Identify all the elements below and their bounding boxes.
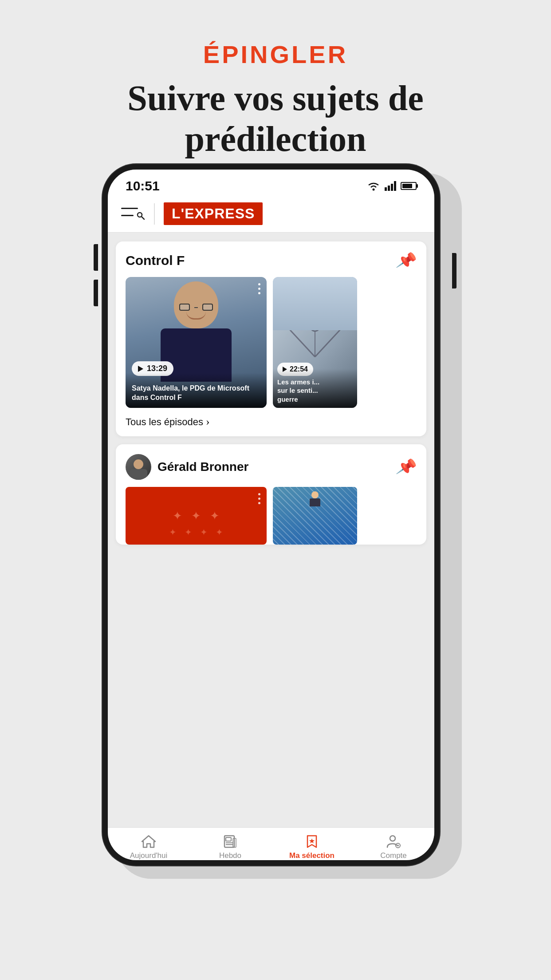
house-icon [141,834,157,849]
status-bar: 10:51 [108,170,434,197]
status-time: 10:51 [126,178,160,194]
all-episodes-label: Tous les épisodes [126,416,203,428]
epingler-label: ÉPINGLER [0,40,551,69]
author-avatar [126,454,151,480]
svg-rect-3 [388,186,390,191]
svg-line-10 [286,326,315,357]
author-name: Gérald Bronner [157,460,390,474]
bookmark-star-icon [304,834,320,849]
video-armes[interactable]: 22:54 Les armes i...sur le senti...guerr… [273,277,357,408]
nav-item-selection[interactable]: Ma sélection [287,834,336,860]
duration-1: 13:29 [147,364,167,373]
video-satya[interactable]: 13:29 Satya Nadella, le PDG de Microsoft… [126,277,267,408]
bottom-nav: Aujourd'hui Hebdo [108,827,434,865]
nav-item-hebdo[interactable]: Hebdo [206,834,255,860]
card-gerald-bronner: Gérald Bronner 📌 ✦ ✦ ✦ [116,444,426,545]
person-gear-icon [386,834,401,849]
nav-label-hebdo: Hebdo [219,851,241,860]
wifi-icon [367,181,380,191]
card-control-f: Control F 📌 [116,241,426,436]
svg-point-20 [390,836,395,841]
nav-label-selection: Ma sélection [289,851,335,860]
pin-button-2[interactable]: 📌 [395,456,418,478]
svg-rect-2 [385,187,387,191]
newspaper-icon [222,834,238,849]
all-episodes-link[interactable]: Tous les épisodes › [126,408,417,436]
chevron-right-icon: › [206,415,210,428]
svg-line-7 [142,217,144,219]
nav-label-today: Aujourd'hui [130,851,168,860]
blue-thumb[interactable] [273,487,357,545]
svg-point-22 [397,845,399,846]
lexpress-logo: L'EXPRESS [164,202,263,225]
video-caption-2: Les armes i...sur le senti...guerre [277,378,353,404]
phone-device: 10:51 [102,164,449,870]
content-area: Control F 📌 [108,233,434,827]
red-thumb[interactable]: ✦ ✦ ✦ ✦ ✦ [126,487,267,545]
battery-icon [401,182,417,190]
svg-rect-4 [391,184,393,191]
nav-item-today[interactable]: Aujourd'hui [124,834,173,860]
menu-search-button[interactable] [121,208,145,220]
svg-line-11 [315,326,344,357]
page-subtitle: Suivre vos sujets de prédilection [116,78,435,159]
nav-item-compte[interactable]: Compte [369,834,418,860]
pin-button-1[interactable]: 📌 [395,249,418,271]
nav-label-compte: Compte [380,851,407,860]
video-caption-1: Satya Nadella, le PDG de Microsoft dans … [132,383,260,403]
svg-rect-16 [226,838,231,841]
svg-point-1 [373,189,375,191]
app-header: L'EXPRESS [108,197,434,233]
signal-icon [385,181,396,191]
svg-rect-5 [394,181,396,191]
more-options-button-1[interactable] [258,283,260,294]
card-title: Control F [126,253,185,268]
